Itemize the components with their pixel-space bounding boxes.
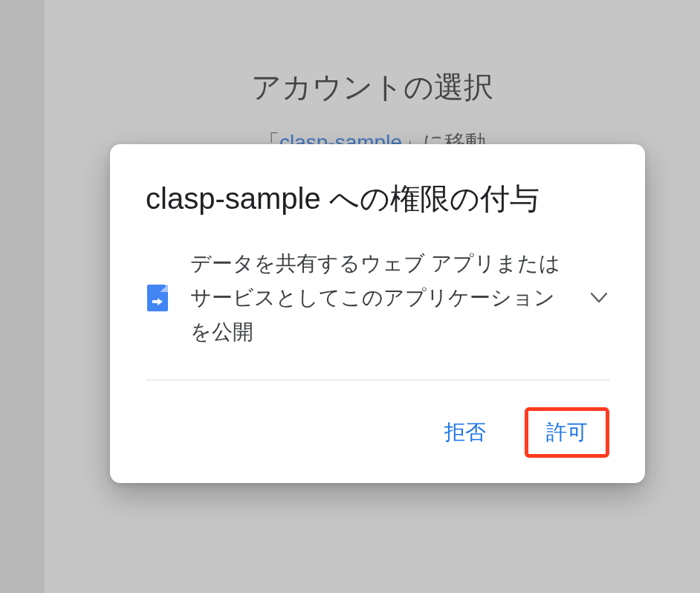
permission-item[interactable]: データを共有するウェブ アプリまたはサービスとしてこのアプリケーションを公開 [110,217,645,380]
chevron-down-icon[interactable] [589,293,609,303]
dialog-title: clasp-sample への権限の付与 [110,180,645,217]
deny-button[interactable]: 拒否 [427,411,504,454]
dialog-button-row: 拒否 許可 [110,380,645,458]
file-export-icon [146,285,169,311]
permission-text: データを共有するウェブ アプリまたはサービスとしてこのアプリケーションを公開 [190,247,568,350]
allow-button-highlight: 許可 [525,407,609,458]
permissions-dialog: clasp-sample への権限の付与 データを共有するウェブ アプリまたはサ… [110,144,645,483]
allow-button[interactable]: 許可 [530,412,604,453]
